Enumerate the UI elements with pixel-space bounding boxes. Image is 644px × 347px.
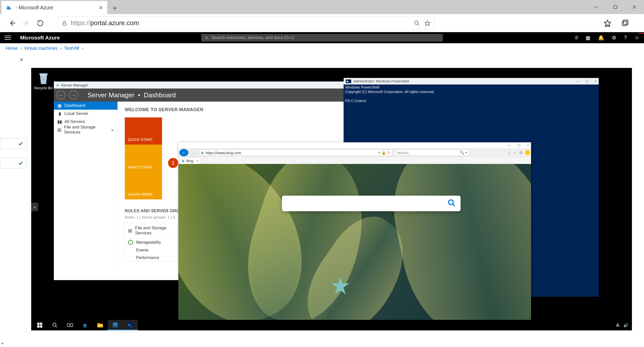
settings-icon[interactable]: ⚙ xyxy=(612,35,616,41)
ps-console[interactable]: Windows PowerShell Copyright (C) Microso… xyxy=(344,84,599,104)
dropdown-partial[interactable] xyxy=(0,158,26,168)
ie-new-tab[interactable] xyxy=(202,158,207,163)
svg-point-9 xyxy=(415,21,418,24)
svg-line-17 xyxy=(207,38,208,39)
role-performance[interactable]: Performance xyxy=(125,254,177,262)
ie-close[interactable]: × xyxy=(527,143,529,147)
sm-nav-dashboard[interactable]: ▦Dashboard xyxy=(54,102,117,110)
sm-breadcrumb: ← → Server Manager • Dashboard xyxy=(54,89,367,102)
task-view-icon[interactable] xyxy=(62,320,77,330)
expand-handle[interactable]: » xyxy=(31,203,38,211)
azure-favicon xyxy=(6,5,12,11)
sm-titlebar[interactable]: ▪▪ Server Manager xyxy=(54,81,367,89)
taskbar-search-icon[interactable] xyxy=(47,320,62,330)
svg-point-20 xyxy=(449,200,453,205)
star-icon[interactable] xyxy=(424,20,430,26)
ie-fav-icon[interactable]: ☆ xyxy=(513,150,516,155)
maximize-button[interactable] xyxy=(606,0,625,14)
svg-marker-12 xyxy=(605,20,611,26)
role-manageability[interactable]: ↑Manageability xyxy=(125,238,177,246)
azure-brand[interactable]: Microsoft Azure xyxy=(20,35,60,41)
azure-search[interactable]: Search resources, services, and docs (G+… xyxy=(201,34,443,41)
browser-tab[interactable]: - Microsoft Azure × xyxy=(2,1,107,14)
ie-smiley-icon[interactable] xyxy=(525,150,530,155)
crumb-vm-name[interactable]: TestVM xyxy=(64,46,79,51)
ps-minimize[interactable]: — xyxy=(576,79,579,83)
tray-sound-icon[interactable]: 🔊 xyxy=(623,323,628,328)
address-bar[interactable]: https://portal.azure.com xyxy=(57,16,435,30)
dropdown-partial[interactable] xyxy=(0,138,26,149)
ie-tab-bing[interactable]: b Bing × xyxy=(179,157,201,164)
ie-address-bar[interactable]: b https://www.bing.com ▾ 🔒 ↻ xyxy=(199,149,393,156)
ie-tab-close-icon[interactable]: × xyxy=(196,159,198,163)
tray-network-icon[interactable]: 🖧 xyxy=(616,323,620,327)
crumb-home[interactable]: Home xyxy=(6,46,18,51)
taskbar-explorer[interactable] xyxy=(93,320,108,330)
close-button[interactable] xyxy=(625,0,644,14)
svg-rect-18 xyxy=(39,73,48,75)
tile-quick-start[interactable]: QUICK START xyxy=(125,117,162,145)
sm-forward-icon[interactable]: → xyxy=(69,91,78,100)
ie-search-box[interactable]: Search... 🔍 ▾ xyxy=(394,149,470,156)
ie-back-button[interactable]: ← xyxy=(179,149,188,156)
ie-maximize[interactable]: ☐ xyxy=(517,143,520,147)
svg-rect-8 xyxy=(63,23,66,25)
recycle-bin[interactable]: Recycle Bin xyxy=(34,71,53,90)
role-card[interactable]: ▤File and Storage Services ↑Manageabilit… xyxy=(125,223,178,262)
ie-window[interactable]: — ☐ × ← → b https://www.bing.com ▾ 🔒 ↻ S… xyxy=(178,142,531,321)
sm-back-icon[interactable]: ← xyxy=(56,91,65,100)
favorites-icon[interactable] xyxy=(604,19,611,27)
svg-rect-24 xyxy=(37,325,39,328)
sm-nav: ▦Dashboard ▮Local Server ▮▮All Servers ▤… xyxy=(54,102,118,280)
directory-icon[interactable]: ▦ xyxy=(586,35,590,41)
storage-icon: ▤ xyxy=(128,228,132,233)
notifications-icon[interactable]: 🔔 xyxy=(598,35,604,41)
tile-learn-more[interactable]: LEARN MORE xyxy=(125,172,162,199)
ie-forward-button[interactable]: → xyxy=(190,149,197,156)
ps-close[interactable]: × xyxy=(595,79,597,83)
ps-title-text: Administrator: Windows PowerShell xyxy=(353,79,409,83)
zoom-icon[interactable] xyxy=(414,20,420,26)
ie-minimize[interactable]: — xyxy=(507,143,511,147)
help-icon[interactable]: ? xyxy=(624,35,627,41)
back-button[interactable] xyxy=(5,16,19,30)
minimize-button[interactable] xyxy=(587,0,606,14)
ps-maximize[interactable]: ☐ xyxy=(585,79,589,83)
ie-url-text: https://www.bing.com xyxy=(206,151,241,155)
ie-home-icon[interactable]: ⌂ xyxy=(508,150,510,155)
vm-desktop[interactable]: Recycle Bin ▪▪ Server Manager ← → Server… xyxy=(31,68,632,330)
svg-point-26 xyxy=(53,323,56,326)
tile-whats-new[interactable]: WHAT'S NEW xyxy=(125,145,162,172)
collections-icon[interactable] xyxy=(621,19,629,27)
tab-close-icon[interactable]: × xyxy=(99,4,103,12)
svg-marker-19 xyxy=(332,277,349,294)
ie-toolbar: ← → b https://www.bing.com ▾ 🔒 ↻ Search.… xyxy=(178,148,531,157)
crumb-vms[interactable]: Virtual machines xyxy=(24,46,58,51)
bing-search-input[interactable] xyxy=(287,200,448,207)
svg-rect-29 xyxy=(70,324,73,327)
search-icon[interactable] xyxy=(448,199,456,208)
close-blade-button[interactable]: × xyxy=(20,56,23,64)
scroll-left-icon[interactable]: ◂ xyxy=(1,340,3,346)
cloud-shell-icon[interactable]: ⎚ xyxy=(575,35,578,41)
forward-button[interactable] xyxy=(19,16,33,30)
taskbar[interactable]: e >_ 🖧 🔊 xyxy=(31,320,632,330)
ps-titlebar[interactable]: ▶_ Administrator: Windows PowerShell —☐× xyxy=(344,78,599,84)
hamburger-icon[interactable] xyxy=(5,36,11,40)
sm-nav-local[interactable]: ▮Local Server xyxy=(54,110,117,118)
refresh-button[interactable] xyxy=(33,16,47,30)
taskbar-server-manager[interactable] xyxy=(108,320,123,330)
azure-header: Microsoft Azure Search resources, servic… xyxy=(0,32,644,43)
start-button[interactable] xyxy=(32,320,47,330)
ie-tools-icon[interactable]: ⚙ xyxy=(519,150,522,155)
account-indicator[interactable] xyxy=(638,33,644,34)
role-events[interactable]: Events xyxy=(125,246,177,254)
taskbar-powershell[interactable]: >_ xyxy=(123,320,138,330)
sm-crumb-a[interactable]: Server Manager xyxy=(88,91,134,99)
bing-search-box[interactable] xyxy=(282,196,461,211)
sm-nav-storage[interactable]: ▤File and Storage Services▸ xyxy=(54,126,117,134)
taskbar-ie[interactable]: e xyxy=(77,320,93,330)
chevron-icon: › xyxy=(20,46,22,51)
feedback-icon[interactable]: ☺ xyxy=(634,35,639,41)
new-tab-button[interactable]: + xyxy=(109,2,121,14)
